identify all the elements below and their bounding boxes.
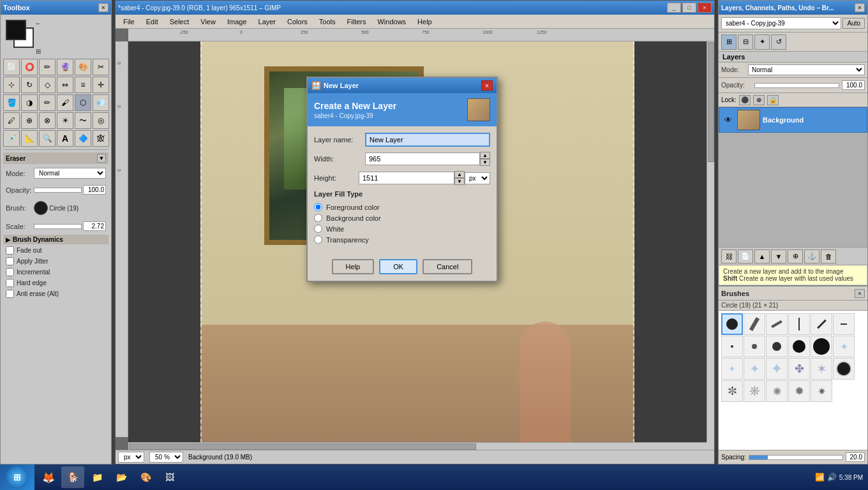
horizontal-scroll-thumb[interactable] [129, 443, 476, 450]
tool-bucket-fill[interactable]: 🪣 [3, 94, 20, 111]
width-decrement-btn[interactable]: ▼ [480, 159, 490, 166]
right-panel-close-btn[interactable]: × [855, 3, 865, 12]
fade-out-checkbox[interactable] [6, 246, 14, 255]
taskbar-item-filemanager[interactable]: 📁 [86, 466, 108, 488]
brush-item-2[interactable] [744, 313, 765, 335]
layers-mode-select[interactable]: Normal [748, 64, 865, 75]
zoom-select[interactable]: 50 % [149, 452, 183, 463]
brush-item-13[interactable]: ✦ [721, 358, 743, 380]
menu-view[interactable]: View [195, 17, 221, 27]
paths-panel-btn[interactable]: ✦ [754, 34, 770, 50]
brush-item-20[interactable]: ❋ [744, 380, 765, 402]
layers-opacity-slider[interactable] [754, 83, 839, 88]
menu-help[interactable]: Help [412, 17, 437, 27]
tool-dodge-burn[interactable]: ☀ [57, 112, 73, 129]
apply-jitter-checkbox[interactable] [6, 257, 14, 265]
tool-zoom[interactable]: 🔍 [39, 130, 56, 147]
fill-white-option[interactable]: White [314, 225, 490, 233]
tray-network-icon[interactable]: 📶 [815, 473, 825, 482]
layer-eye-btn[interactable]: 👁 [722, 114, 735, 126]
fill-foreground-option[interactable]: Foreground color [314, 203, 490, 211]
fill-transparency-radio[interactable] [314, 235, 322, 244]
brush-item-12[interactable]: ✦ [833, 336, 855, 357]
fill-transparency-option[interactable]: Transparency [314, 235, 490, 244]
brush-item-14[interactable]: ✦ [744, 358, 765, 380]
brush-dynamics-section[interactable]: ▶ Brush Dynamics [3, 235, 108, 244]
tool-free-select[interactable]: ✏ [39, 59, 56, 75]
height-increment-btn[interactable]: ▲ [454, 171, 465, 178]
mode-select[interactable]: Normal [34, 168, 106, 179]
new-layer-dialog[interactable]: 🪟 New Layer × Create a New Layer saber4 … [306, 77, 498, 282]
menu-file[interactable]: File [118, 17, 140, 27]
horizontal-scrollbar[interactable] [128, 442, 707, 450]
taskbar-item-folder[interactable]: 📂 [110, 466, 133, 488]
tool-heal[interactable]: ⊗ [39, 112, 56, 129]
height-input[interactable] [359, 172, 454, 184]
lock-pixels-btn[interactable]: ⚫ [739, 95, 751, 105]
tool-by-color-select[interactable]: 🎨 [75, 59, 91, 75]
tool-airbrush[interactable]: 💨 [93, 94, 109, 111]
gimp-close-btn[interactable]: × [698, 3, 712, 13]
vertical-scroll-thumb[interactable] [708, 42, 714, 162]
width-input[interactable] [365, 152, 480, 165]
fade-out-row[interactable]: Fade out [3, 246, 108, 255]
tool-clone[interactable]: ⊕ [21, 112, 38, 129]
opacity-slider[interactable] [34, 188, 82, 193]
menu-select[interactable]: Select [165, 17, 195, 27]
layer-chain-btn[interactable]: ⛓ [721, 249, 737, 264]
menu-layer[interactable]: Layer [253, 17, 281, 27]
menu-edit[interactable]: Edit [141, 17, 163, 27]
brush-item-23[interactable]: ✷ [811, 380, 832, 402]
gimp-maximize-btn[interactable]: □ [682, 3, 696, 13]
hard-edge-checkbox[interactable] [6, 279, 14, 287]
lock-position-btn[interactable]: ⊕ [753, 95, 765, 105]
layers-opacity-value[interactable]: 100.0 [842, 80, 865, 90]
menu-colors[interactable]: Colors [282, 17, 313, 27]
fill-foreground-radio[interactable] [314, 203, 322, 211]
brush-item-15[interactable]: ✦ [766, 358, 788, 380]
tool-convolve[interactable]: ◎ [93, 112, 109, 129]
brush-item-5[interactable] [811, 313, 832, 335]
tool-perspective[interactable]: ◇ [39, 77, 56, 93]
tool-flip[interactable]: ⇔ [57, 77, 73, 93]
unit-select-dialog[interactable]: px [465, 172, 490, 184]
height-decrement-btn[interactable]: ▼ [454, 178, 465, 185]
tool-ink[interactable]: 🖊 [3, 112, 20, 129]
unit-select[interactable]: px [118, 452, 144, 463]
tray-volume-icon[interactable]: 🔊 [827, 473, 837, 482]
taskbar-item-app3[interactable]: 🖼 [158, 466, 181, 488]
fill-background-option[interactable]: Background color [314, 214, 490, 222]
help-button[interactable]: Help [332, 259, 375, 274]
tool-pencil[interactable]: ✏ [39, 94, 56, 111]
brush-item-16[interactable]: ✤ [788, 358, 810, 380]
brush-item-18[interactable] [833, 358, 855, 380]
opacity-value[interactable]: 100.0 [83, 185, 106, 195]
brush-item-17[interactable]: ✶ [811, 358, 832, 380]
brush-item-3[interactable] [766, 313, 788, 335]
cancel-button[interactable]: Cancel [423, 259, 472, 274]
fill-white-radio[interactable] [314, 225, 322, 233]
history-panel-btn[interactable]: ↺ [771, 34, 786, 50]
incremental-checkbox[interactable] [6, 268, 14, 276]
ok-button[interactable]: OK [379, 259, 417, 274]
tool-measure[interactable]: 📐 [21, 130, 38, 147]
spacing-slider[interactable] [749, 455, 843, 460]
reset-colors-btn[interactable]: ⊞ [36, 48, 41, 55]
foreground-color-swatch[interactable] [6, 20, 26, 40]
tool-blend[interactable]: ◑ [21, 94, 38, 111]
anchor-layer-btn[interactable]: ⚓ [804, 249, 819, 264]
tool-transform[interactable]: ↻ [21, 77, 38, 93]
tool-move[interactable]: ✛ [93, 77, 109, 93]
fill-background-radio[interactable] [314, 214, 322, 222]
layer-name-input[interactable] [365, 133, 490, 147]
anti-erase-row[interactable]: Anti erase (Alt) [3, 289, 108, 299]
new-layer-btn[interactable]: 📄 [738, 249, 753, 264]
tool-ellipse-select[interactable]: ⭕ [21, 59, 38, 75]
tool-crop[interactable]: ⊹ [3, 77, 20, 93]
brush-item-8[interactable] [744, 336, 765, 357]
tool-paths[interactable]: 🔷 [75, 130, 91, 147]
width-increment-btn[interactable]: ▲ [480, 152, 490, 159]
apply-jitter-row[interactable]: Apply Jitter [3, 256, 108, 266]
swap-colors-btn[interactable]: ↔ [34, 20, 41, 27]
scale-value[interactable]: 2.72 [83, 221, 106, 231]
